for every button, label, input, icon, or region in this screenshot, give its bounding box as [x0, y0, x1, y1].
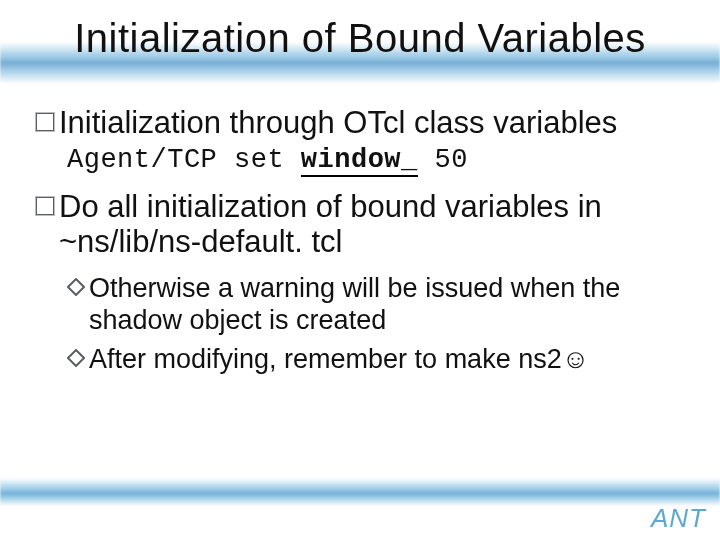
- smile-icon: ☺: [562, 344, 590, 374]
- bullet-1: Initialization through OTcl class variab…: [35, 105, 695, 141]
- slide-title: Initialization of Bound Variables: [0, 16, 720, 61]
- bullet-1-code: Agent/TCP set window_ 50: [67, 145, 695, 175]
- ant-logo: ANT: [651, 503, 706, 534]
- svg-marker-0: [68, 279, 84, 295]
- bottom-decorative-band: [0, 478, 720, 506]
- sub-bullet-2-pre: After modifying, remember to make ns2: [89, 344, 562, 374]
- bullet-2-text: Do all initialization of bound variables…: [59, 189, 695, 260]
- svg-marker-1: [68, 350, 84, 366]
- sub-bullet-1: Otherwise a warning will be issued when …: [67, 272, 695, 337]
- sub-bullet-2-text: After modifying, remember to make ns2☺: [89, 343, 589, 375]
- sub-bullet-2: After modifying, remember to make ns2☺: [67, 343, 695, 375]
- square-bullet-icon: [35, 196, 55, 216]
- slide-content: Initialization through OTcl class variab…: [35, 105, 695, 375]
- code-keyword: window_: [301, 145, 418, 177]
- square-bullet-icon: [35, 112, 55, 132]
- diamond-bullet-icon: [67, 349, 85, 367]
- diamond-bullet-icon: [67, 278, 85, 296]
- sub-bullet-1-text: Otherwise a warning will be issued when …: [89, 272, 695, 337]
- bullet-2: Do all initialization of bound variables…: [35, 189, 695, 260]
- bullet-1-text: Initialization through OTcl class variab…: [59, 105, 617, 141]
- code-post: 50: [418, 145, 468, 175]
- code-pre: Agent/TCP set: [67, 145, 301, 175]
